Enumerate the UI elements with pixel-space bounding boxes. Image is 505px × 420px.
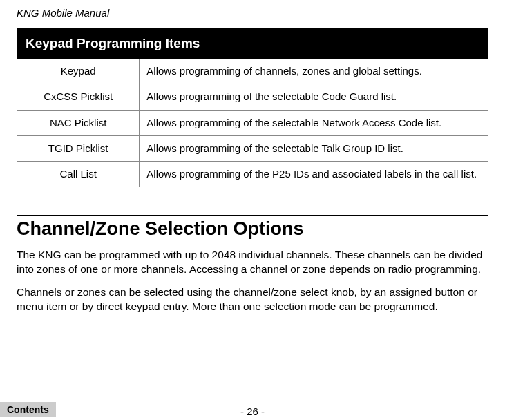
body-paragraph: The KNG can be programmed with up to 204… [17,248,488,277]
page-footer: - 26 - Contents [0,405,505,417]
row-label: Keypad [17,59,140,84]
row-label: CxCSS Picklist [17,84,140,110]
row-desc: Allows programming of the selectable Tal… [140,135,488,161]
body-paragraph: Channels or zones can be selected using … [17,285,488,314]
row-desc: Allows programming of the P25 IDs and as… [140,162,488,187]
row-desc: Allows programming of channels, zones an… [140,59,488,84]
row-label: NAC Picklist [17,110,140,135]
table-row: CxCSS Picklist Allows programming of the… [17,84,488,110]
table-row: TGID Picklist Allows programming of the … [17,135,488,161]
keypad-programming-table: Keypad Programming Items Keypad Allows p… [17,28,488,187]
table-header: Keypad Programming Items [17,29,488,59]
table-row: Keypad Allows programming of channels, z… [17,59,488,84]
page-number: - 26 - [0,405,505,417]
contents-link[interactable]: Contents [0,402,56,417]
document-header: KNG Mobile Manual [17,7,488,19]
table-row: NAC Picklist Allows programming of the s… [17,110,488,135]
row-desc: Allows programming of the selectable Net… [140,110,488,135]
row-desc: Allows programming of the selectable Cod… [140,84,488,110]
divider [17,215,488,216]
row-label: TGID Picklist [17,135,140,161]
table-row: Call List Allows programming of the P25 … [17,162,488,187]
row-label: Call List [17,162,140,187]
divider [17,242,488,242]
section-heading: Channel/Zone Selection Options [17,218,488,240]
